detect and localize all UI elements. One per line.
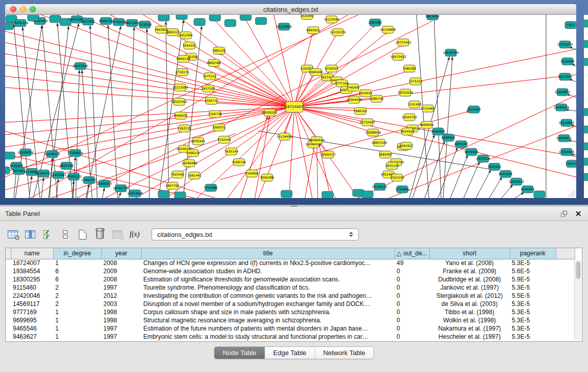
- graph-node[interactable]: 1527902: [81, 18, 95, 25]
- table-row[interactable]: 946554611997Estimation of the future num…: [6, 324, 575, 333]
- graph-node[interactable]: 1692627: [400, 142, 413, 149]
- table-row[interactable]: 977716911998Corpus callosum shape and si…: [6, 308, 575, 316]
- citation-edge[interactable]: [41, 178, 43, 198]
- graph-node[interactable]: [158, 15, 169, 21]
- cell-out_de[interactable]: 0: [395, 308, 429, 316]
- graph-node[interactable]: 1167533: [565, 160, 576, 167]
- cell-title[interactable]: Structural magnetic resonance image aver…: [141, 316, 395, 324]
- graph-node[interactable]: 7485083: [403, 65, 417, 72]
- graph-node[interactable]: [240, 15, 251, 20]
- column-header-year[interactable]: year: [101, 248, 141, 259]
- cell-name[interactable]: 18724007: [11, 259, 53, 267]
- graph-node[interactable]: 746266: [347, 84, 359, 91]
- cell-name[interactable]: 9465546: [11, 324, 53, 333]
- cell-short[interactable]: Stergiakouli et al. (2012): [429, 292, 510, 300]
- cell-year[interactable]: 1997: [101, 333, 141, 341]
- cell-name[interactable]: 14569117: [11, 300, 53, 308]
- new-table-icon[interactable]: [75, 227, 90, 242]
- cell-out_de[interactable]: 0: [395, 275, 429, 283]
- graph-node[interactable]: [175, 192, 186, 198]
- table-row[interactable]: 1938455462009Genome-wide association stu…: [6, 267, 575, 275]
- graph-node[interactable]: 15123456: [324, 16, 340, 23]
- table-scrollbar[interactable]: [574, 260, 581, 340]
- cell-out_de[interactable]: 0: [395, 267, 429, 275]
- cell-in_degree[interactable]: 2: [53, 292, 101, 300]
- network-canvas[interactable]: 2405572430691406106532871527902846616010…: [5, 15, 576, 198]
- graph-node[interactable]: [255, 17, 267, 25]
- graph-node[interactable]: 18300295: [262, 109, 278, 116]
- graph-node[interactable]: 15218906: [276, 23, 292, 30]
- graph-node[interactable]: 16973403: [390, 53, 406, 60]
- graph-node[interactable]: 1882236: [212, 47, 226, 54]
- table-row[interactable]: 911546021997Tourette syndrome. Phenomeno…: [6, 283, 575, 292]
- graph-node[interactable]: 7986322: [354, 107, 367, 115]
- graph-node[interactable]: 12213583: [172, 84, 188, 91]
- graph-node[interactable]: 5912954: [179, 32, 193, 39]
- panel-splitter[interactable]: [0, 205, 588, 207]
- graph-node[interactable]: 17016504: [559, 148, 575, 156]
- cell-in_degree[interactable]: 6: [53, 267, 101, 275]
- table-selector-dropdown[interactable]: citations_edges.txt: [151, 228, 359, 240]
- cell-name[interactable]: 9699695: [11, 316, 53, 324]
- graph-node[interactable]: 11451947: [51, 171, 67, 179]
- graph-node[interactable]: [5, 23, 13, 30]
- cell-pagerank[interactable]: 5.3E-5: [510, 259, 556, 267]
- cell-name[interactable]: 9115460: [11, 283, 53, 292]
- graph-node[interactable]: 1151460: [408, 101, 422, 108]
- cell-title[interactable]: Estimation of the future numbers of pati…: [141, 324, 395, 333]
- cell-pagerank[interactable]: 5.3E-5: [510, 283, 556, 292]
- citation-edge[interactable]: [241, 116, 268, 198]
- citation-edge[interactable]: [294, 107, 312, 198]
- cell-short[interactable]: de Silva et al. (2003): [429, 300, 510, 308]
- graph-node[interactable]: 8471626: [499, 170, 513, 178]
- graph-node[interactable]: 9108744: [232, 159, 246, 166]
- cell-short[interactable]: Tibbo et al. (1998): [429, 308, 510, 316]
- graph-node[interactable]: 1525443: [300, 15, 314, 19]
- graph-node[interactable]: [534, 191, 545, 198]
- cell-in_degree[interactable]: 1: [53, 308, 101, 316]
- graph-node[interactable]: 1691441: [188, 172, 202, 179]
- graph-node[interactable]: 1575315: [409, 78, 423, 85]
- graph-node[interactable]: 16099489: [182, 160, 198, 167]
- graph-node[interactable]: 9245652: [521, 186, 535, 193]
- graph-node[interactable]: 16648794: [443, 49, 459, 56]
- graph-node[interactable]: 7152544: [217, 136, 231, 143]
- graph-node[interactable]: 1080748: [370, 95, 384, 102]
- cell-out_de[interactable]: 0: [395, 300, 429, 308]
- select-columns-icon[interactable]: [23, 227, 38, 242]
- graph-node[interactable]: 8215953: [467, 106, 481, 113]
- cell-pagerank[interactable]: 5.6E-5: [510, 267, 556, 275]
- graph-node[interactable]: 6734023: [325, 65, 339, 72]
- table-row[interactable]: 2242004622012Investigating the contribut…: [6, 292, 575, 300]
- cell-pagerank[interactable]: 5.3E-5: [510, 308, 556, 316]
- graph-node[interactable]: 1498222: [186, 149, 200, 157]
- citation-edge[interactable]: [29, 176, 32, 198]
- graph-node[interactable]: [209, 15, 221, 21]
- citation-edge[interactable]: [476, 170, 491, 198]
- graph-node[interactable]: 9474444: [465, 148, 478, 156]
- citation-edge[interactable]: [220, 111, 470, 180]
- graph-node[interactable]: 19737493: [396, 39, 411, 46]
- cell-in_degree[interactable]: 1: [53, 259, 101, 267]
- cell-out_de[interactable]: 0: [395, 333, 429, 341]
- graph-node[interactable]: 16958107: [97, 180, 113, 187]
- graph-node[interactable]: [158, 190, 169, 198]
- graph-node[interactable]: 8938923: [442, 134, 455, 141]
- graph-node[interactable]: 5878343: [191, 138, 205, 145]
- cell-pagerank[interactable]: 5.3E-5: [510, 316, 556, 324]
- graph-node[interactable]: [176, 15, 187, 19]
- citation-edge[interactable]: [5, 31, 294, 107]
- canvas-resize-grip[interactable]: [568, 190, 575, 197]
- table-row[interactable]: 1872400712008Changes of HCN gene express…: [6, 259, 575, 267]
- graph-node[interactable]: 9860125: [166, 29, 180, 36]
- cell-pagerank[interactable]: 5.3E-5: [510, 324, 556, 333]
- graph-node[interactable]: 9097548: [60, 162, 74, 169]
- graph-node[interactable]: 9115460: [421, 105, 435, 112]
- citation-edge[interactable]: [515, 192, 524, 198]
- graph-node[interactable]: 3684067: [379, 151, 393, 158]
- cell-title[interactable]: Genome-wide association studies in ADHD.: [141, 267, 395, 275]
- citation-edge[interactable]: [412, 135, 434, 198]
- citation-network-graph[interactable]: 2405572430691406106532871527902846616010…: [5, 15, 576, 198]
- graph-node[interactable]: 18107554: [171, 98, 187, 105]
- graph-node[interactable]: 20206536: [45, 150, 60, 158]
